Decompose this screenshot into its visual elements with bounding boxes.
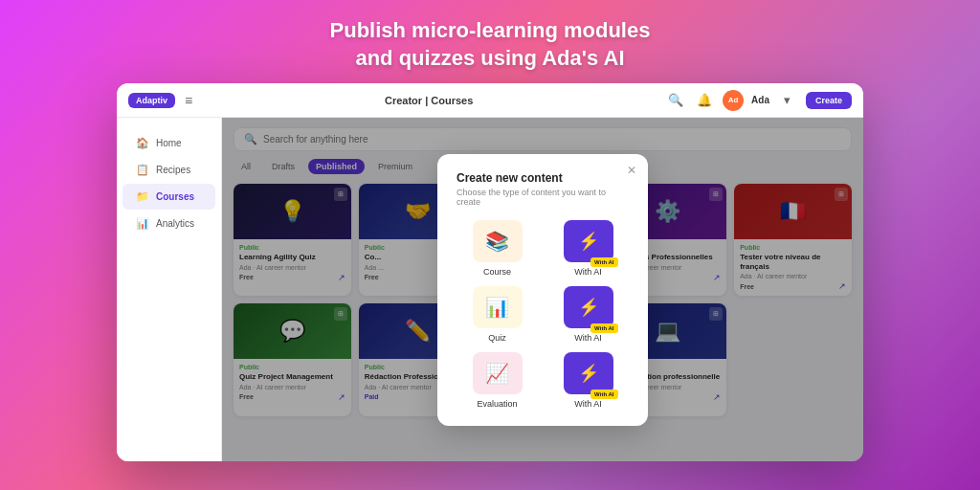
option-course-label: Course	[483, 267, 511, 277]
option-evaluation-ai-label: With AI	[574, 399, 602, 409]
eval-icon-box: 📈	[473, 352, 523, 394]
eval-ai-icon-box: ⚡ With AI	[564, 352, 613, 394]
option-evaluation[interactable]: 📈 Evaluation	[457, 352, 538, 409]
sidebar-item-courses[interactable]: 📁 Courses	[122, 184, 215, 210]
course-ai-icon-box: ⚡ With AI	[564, 220, 613, 262]
option-quiz-ai-label: With AI	[574, 333, 602, 343]
course-icon-box: 📚	[473, 220, 523, 262]
home-icon: 🏠	[136, 137, 149, 149]
sidebar: 🏠 Home 📋 Recipes 📁 Courses 📊 Analytics	[117, 118, 222, 461]
user-name: Ada	[751, 95, 769, 105]
courses-icon: 📁	[136, 190, 149, 203]
option-quiz-ai[interactable]: ⚡ With AI With AI	[547, 286, 629, 343]
create-button[interactable]: Create	[806, 92, 852, 109]
option-course-ai-label: With AI	[574, 267, 602, 277]
chevron-down-icon[interactable]: ▾	[777, 90, 798, 111]
sidebar-item-analytics[interactable]: 📊 Analytics	[122, 211, 215, 236]
breadcrumb: Creator | Courses	[385, 95, 473, 106]
hamburger-icon[interactable]: ≡	[185, 93, 192, 108]
quiz-ai-icon-box: ⚡ With AI	[564, 286, 613, 328]
analytics-icon: 📊	[136, 217, 149, 230]
modal-subtitle: Choose the type of content you want to c…	[457, 188, 629, 207]
sidebar-item-home[interactable]: 🏠 Home	[122, 130, 215, 156]
with-ai-badge-eval: With AI	[590, 390, 617, 399]
logo: Adaptiv	[128, 93, 175, 108]
with-ai-badge-course: With AI	[590, 257, 617, 267]
modal-close-button[interactable]: ✕	[627, 164, 636, 177]
option-quiz[interactable]: 📊 Quiz	[457, 286, 538, 343]
topbar-actions: 🔍 🔔 Ad Ada ▾ Create	[665, 90, 852, 111]
recipes-icon: 📋	[136, 164, 149, 176]
app-window: Adaptiv ≡ Creator | Courses 🔍 🔔 Ad Ada ▾…	[117, 83, 863, 461]
sidebar-item-recipes[interactable]: 📋 Recipes	[122, 157, 215, 183]
option-course[interactable]: 📚 Course	[457, 220, 538, 277]
content-options: 📚 Course ⚡ With AI With AI	[457, 220, 629, 409]
modal-title: Create new content	[457, 171, 629, 185]
page-heading: Publish micro-learning modules and quizz…	[330, 0, 651, 83]
option-course-ai[interactable]: ⚡ With AI With AI	[547, 220, 629, 277]
create-content-modal: ✕ Create new content Choose the type of …	[437, 154, 648, 426]
option-evaluation-label: Evaluation	[477, 399, 517, 409]
notification-icon[interactable]: 🔔	[694, 90, 715, 111]
quiz-icon-box: 📊	[473, 286, 523, 328]
main-layout: 🏠 Home 📋 Recipes 📁 Courses 📊 Analytics 🔍	[117, 118, 863, 461]
modal-overlay[interactable]: ✕ Create new content Choose the type of …	[222, 118, 863, 461]
option-evaluation-ai[interactable]: ⚡ With AI With AI	[547, 352, 629, 409]
with-ai-badge-quiz: With AI	[590, 323, 617, 333]
option-quiz-label: Quiz	[488, 333, 506, 343]
search-icon[interactable]: 🔍	[665, 90, 686, 111]
avatar[interactable]: Ad	[723, 90, 744, 111]
topbar: Adaptiv ≡ Creator | Courses 🔍 🔔 Ad Ada ▾…	[117, 83, 863, 118]
content-area: 🔍 All Drafts Published Premium 💡 ⊞	[222, 118, 863, 461]
